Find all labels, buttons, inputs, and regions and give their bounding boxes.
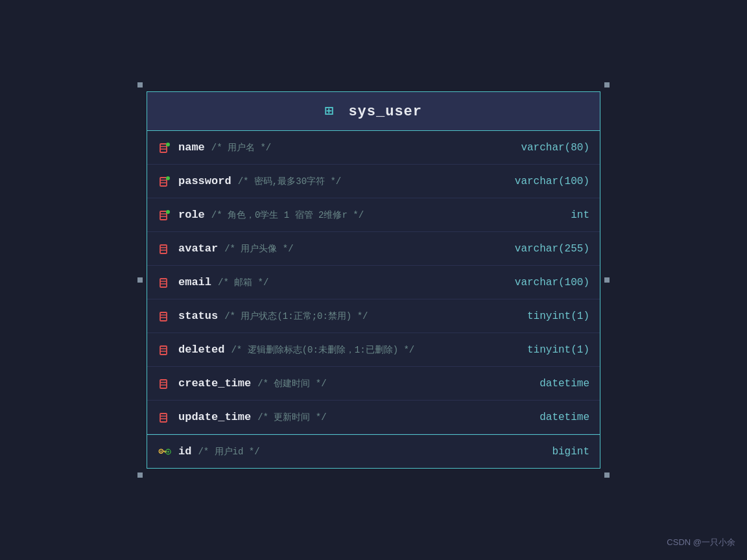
field-comment: /* 用户id */ xyxy=(198,446,539,458)
diagram-container: ⊞ sys_user name /* 用户名 */ varchar(80) xyxy=(147,91,600,469)
resize-handle-tl xyxy=(137,82,143,88)
field-type: bigint xyxy=(539,446,589,458)
table-row: password /* 密码,最多30字符 */ varchar(100) xyxy=(147,165,600,198)
field-comment: /* 更新时间 */ xyxy=(257,412,527,423)
field-name: update_time xyxy=(178,411,251,423)
svg-rect-0 xyxy=(160,144,167,152)
field-icon xyxy=(158,377,172,391)
field-type: varchar(80) xyxy=(508,142,589,154)
field-type: varchar(100) xyxy=(502,176,589,187)
field-comment: /* 用户名 */ xyxy=(211,142,508,154)
table-row: deleted /* 逻辑删除标志(0:未删除，1:已删除) */ tinyin… xyxy=(147,333,600,367)
field-type: datetime xyxy=(527,412,589,423)
svg-rect-21 xyxy=(160,346,167,355)
svg-rect-8 xyxy=(160,211,167,220)
svg-point-11 xyxy=(166,210,170,214)
field-comment: /* 密码,最多30字符 */ xyxy=(238,176,502,187)
field-comment: /* 创建时间 */ xyxy=(257,378,527,390)
table-name-text: sys_user xyxy=(348,104,422,120)
field-name: name xyxy=(178,141,205,154)
unique-icon xyxy=(158,174,172,189)
table-grid-icon: ⊞ xyxy=(325,104,334,120)
field-icon xyxy=(158,242,172,256)
svg-rect-27 xyxy=(160,414,167,422)
field-name: avatar xyxy=(178,242,218,255)
table-row: avatar /* 用户头像 */ varchar(255) xyxy=(147,232,600,266)
field-type: varchar(255) xyxy=(502,243,589,255)
field-icon xyxy=(158,309,172,323)
unique-icon xyxy=(158,208,172,222)
resize-handle-br xyxy=(604,472,610,478)
table-title: ⊞ sys_user xyxy=(325,104,422,120)
field-name: email xyxy=(178,276,211,288)
field-comment: /* 逻辑删除标志(0:未删除，1:已删除) */ xyxy=(231,344,514,356)
field-name: deleted xyxy=(178,344,224,356)
table-card: ⊞ sys_user name /* 用户名 */ varchar(80) xyxy=(147,91,600,469)
svg-point-34 xyxy=(160,450,161,452)
table-row: id /* 用户id */ bigint xyxy=(147,434,600,468)
field-name: create_time xyxy=(178,377,251,390)
table-row: status /* 用户状态(1:正常;0:禁用) */ tinyint(1) xyxy=(147,299,600,333)
resize-handle-bl xyxy=(137,472,143,478)
table-row: create_time /* 创建时间 */ datetime xyxy=(147,367,600,401)
svg-rect-15 xyxy=(160,279,167,287)
resize-handle-tr xyxy=(604,82,610,88)
field-name: role xyxy=(178,209,205,221)
resize-handle-ml xyxy=(137,277,143,283)
watermark: CSDN @一只小余 xyxy=(667,537,735,548)
table-body: name /* 用户名 */ varchar(80) password /* 密… xyxy=(147,131,600,468)
table-row: name /* 用户名 */ varchar(80) xyxy=(147,131,600,165)
field-type: tinyint(1) xyxy=(514,310,589,322)
table-header: ⊞ sys_user xyxy=(147,92,600,131)
svg-rect-18 xyxy=(160,312,167,321)
svg-point-7 xyxy=(166,176,170,180)
field-type: datetime xyxy=(527,378,589,390)
table-row: email /* 邮箱 */ varchar(100) xyxy=(147,266,600,299)
svg-rect-4 xyxy=(160,178,167,186)
svg-rect-24 xyxy=(160,380,167,388)
resize-handle-mr xyxy=(604,277,610,283)
field-comment: /* 角色，0学生 1 宿管 2维修r */ xyxy=(211,209,558,221)
unique-icon xyxy=(158,141,172,155)
field-comment: /* 用户状态(1:正常;0:禁用) */ xyxy=(224,310,514,322)
field-type: tinyint(1) xyxy=(514,344,589,356)
svg-rect-12 xyxy=(160,245,167,253)
pk-icon xyxy=(158,445,172,459)
field-name: password xyxy=(178,175,231,187)
table-row: role /* 角色，0学生 1 宿管 2维修r */ int xyxy=(147,198,600,232)
field-icon xyxy=(158,343,172,357)
svg-point-3 xyxy=(166,143,170,146)
table-row: update_time /* 更新时间 */ datetime xyxy=(147,401,600,434)
field-name: id xyxy=(178,445,191,458)
field-comment: /* 用户头像 */ xyxy=(224,243,502,255)
field-comment: /* 邮箱 */ xyxy=(218,277,502,288)
field-icon xyxy=(158,275,172,290)
field-type: varchar(100) xyxy=(502,277,589,288)
field-type: int xyxy=(558,209,589,221)
field-name: status xyxy=(178,310,218,322)
field-icon xyxy=(158,410,172,425)
